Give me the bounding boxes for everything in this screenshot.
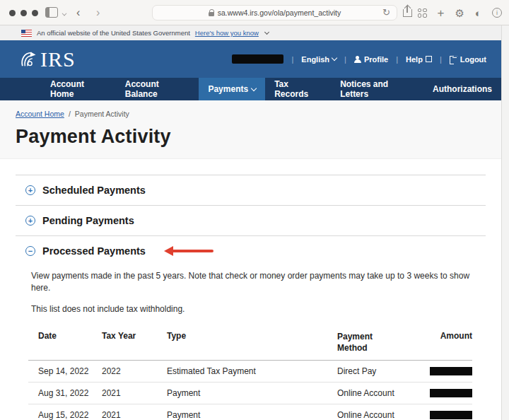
cell-tax-year: 2021	[102, 404, 167, 420]
nav-label: Tax Records	[274, 79, 322, 99]
cell-date: Aug 15, 2022	[28, 404, 102, 420]
processed-description: View payments made in the past 5 years. …	[31, 270, 486, 315]
col-header-date: Date	[28, 327, 102, 360]
ssl-lock-icon	[209, 9, 214, 16]
forward-button[interactable]: ›	[96, 6, 100, 20]
sidebar-chevron-icon[interactable]	[62, 11, 67, 16]
help-link[interactable]: Help	[406, 55, 432, 64]
expand-plus-icon: +	[25, 185, 35, 195]
cell-method: Online Account	[337, 404, 428, 420]
sidebar-toggle-icon[interactable]	[45, 7, 58, 18]
language-selector[interactable]: English	[301, 55, 337, 64]
logout-button[interactable]: Logout	[450, 55, 486, 64]
nav-account-balance[interactable]: Account Balance	[116, 78, 199, 100]
cell-amount	[428, 382, 472, 404]
expand-plus-icon: +	[25, 216, 35, 226]
nav-account-home[interactable]: Account Home	[41, 78, 116, 100]
info-circle-icon[interactable]: i	[492, 8, 502, 18]
zoom-window-icon[interactable]	[32, 10, 38, 16]
person-icon	[354, 56, 361, 63]
accordion-scheduled-payments[interactable]: + Scheduled Payments	[16, 175, 486, 205]
scrollbar-gutter[interactable]	[501, 25, 509, 420]
cell-method: Online Account	[337, 382, 428, 404]
usa-gov-banner: An official website of the United States…	[0, 25, 509, 40]
nav-label: Account Home	[50, 79, 107, 99]
description-text: View payments made in the past 5 years. …	[31, 270, 486, 295]
collapse-minus-icon: −	[25, 246, 35, 256]
cell-type: Payment	[167, 382, 337, 404]
browser-chrome: ‹ › sa.www4.irs.gov/ola/payment_activity…	[0, 0, 509, 25]
table-row: Sep 14, 2022 2022 Estimated Tax Payment …	[28, 360, 472, 382]
tab-overview-icon[interactable]	[418, 8, 427, 18]
cell-date: Aug 31, 2022	[28, 382, 102, 404]
accordion-label: Pending Payments	[42, 215, 134, 226]
header-divider: |	[440, 55, 442, 64]
header-divider: |	[344, 55, 346, 64]
header-divider: |	[291, 55, 293, 64]
cell-tax-year: 2022	[102, 360, 167, 382]
col-header-payment-method: Payment Method	[337, 327, 428, 360]
username-redaction-bar	[232, 54, 283, 64]
reader-contrast-icon[interactable]: ◐	[475, 8, 481, 18]
amount-redaction-bar	[430, 389, 472, 397]
cell-amount	[428, 404, 472, 420]
external-link-icon	[426, 56, 432, 62]
how-you-know-link[interactable]: Here's how you know	[195, 29, 259, 37]
cell-type: Estimated Tax Payment	[167, 360, 337, 382]
title-section: Account Home / Payment Activity Payment …	[0, 100, 501, 159]
red-annotation-arrow	[164, 246, 213, 256]
language-label: English	[301, 55, 329, 64]
amount-redaction-bar	[430, 367, 472, 375]
settings-gear-icon[interactable]: ⚙	[455, 8, 464, 18]
minimize-window-icon[interactable]	[21, 10, 27, 16]
window-controls[interactable]	[9, 10, 38, 16]
accordion-label: Scheduled Payments	[42, 185, 146, 196]
logout-label: Logout	[460, 55, 486, 64]
nav-label: Payments	[208, 84, 248, 94]
accordion-label: Processed Payments	[42, 245, 146, 257]
note-text: This list does not include tax withholdi…	[31, 303, 486, 315]
language-chevron-icon	[332, 55, 337, 61]
irs-logo-text: IRS	[40, 47, 76, 71]
irs-logo[interactable]: IRS	[18, 47, 76, 71]
header-divider: |	[396, 55, 398, 64]
nav-label: Authorizations	[433, 84, 492, 94]
accordion-pending-payments[interactable]: + Pending Payments	[16, 206, 486, 235]
payments-table: Date Tax Year Type Payment Method Amount…	[28, 327, 472, 420]
address-bar[interactable]: sa.www4.irs.gov/ola/payment_activity ↻	[152, 5, 397, 21]
breadcrumb-account-home-link[interactable]: Account Home	[16, 110, 64, 118]
col-header-tax-year: Tax Year	[102, 327, 167, 360]
nav-authorizations[interactable]: Authorizations	[423, 78, 501, 100]
irs-eagle-emblem-icon	[18, 49, 38, 69]
url-text: sa.www4.irs.gov/ola/payment_activity	[218, 8, 341, 17]
cell-amount	[428, 360, 472, 382]
table-header-row: Date Tax Year Type Payment Method Amount	[28, 327, 472, 360]
nav-label: Notices and Letters	[340, 79, 414, 99]
breadcrumb-separator: /	[69, 110, 71, 118]
table-row: Aug 31, 2022 2021 Payment Online Account	[28, 382, 472, 404]
new-tab-icon[interactable]: +	[438, 7, 445, 19]
col-header-type: Type	[167, 327, 337, 360]
breadcrumb-current: Payment Activity	[75, 110, 129, 118]
nav-payments[interactable]: Payments	[199, 78, 265, 100]
breadcrumb: Account Home / Payment Activity	[16, 110, 486, 118]
nav-tax-records[interactable]: Tax Records	[265, 78, 331, 100]
accordion-processed-payments[interactable]: − Processed Payments	[16, 236, 486, 266]
payments-chevron-icon	[251, 85, 257, 91]
cell-date: Sep 14, 2022	[28, 360, 102, 382]
profile-button[interactable]: Profile	[354, 55, 388, 64]
us-flag-icon	[21, 30, 32, 37]
logout-icon	[450, 56, 457, 63]
main-navigation: Account Home Account Balance Payments Ta…	[0, 78, 501, 100]
banner-chevron-icon[interactable]	[264, 30, 269, 35]
cell-type: Payment	[167, 404, 337, 420]
reload-icon[interactable]: ↻	[382, 7, 390, 18]
back-button[interactable]: ‹	[76, 6, 80, 20]
nav-notices-letters[interactable]: Notices and Letters	[331, 78, 423, 100]
close-window-icon[interactable]	[9, 10, 16, 16]
share-icon[interactable]	[403, 6, 412, 17]
cell-method: Direct Pay	[337, 360, 428, 382]
help-label: Help	[406, 55, 423, 64]
nav-label: Account Balance	[125, 79, 190, 99]
page-title: Payment Activity	[16, 126, 486, 148]
